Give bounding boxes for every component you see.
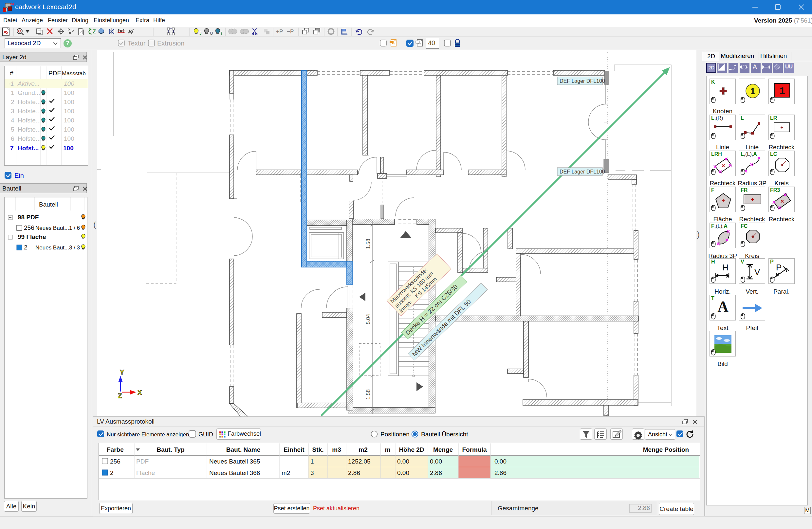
svg-text:256: 256 <box>24 224 34 231</box>
svg-text:0.00: 0.00 <box>397 469 409 476</box>
svg-text:P: P <box>776 263 782 273</box>
svg-text:98 PDF: 98 PDF <box>18 214 39 221</box>
svg-text:MW Innenwände mit DFL 50: MW Innenwände mit DFL 50 <box>411 298 472 358</box>
svg-text:100: 100 <box>64 135 74 142</box>
svg-text:100: 100 <box>64 80 74 87</box>
svg-text:Bauteil: Bauteil <box>39 201 58 208</box>
svg-text:2.86: 2.86 <box>348 469 360 476</box>
svg-text:1252.05: 1252.05 <box>348 458 371 465</box>
svg-text:Einheit: Einheit <box>284 446 304 453</box>
svg-text:100: 100 <box>64 89 74 96</box>
svg-text:0.00: 0.00 <box>494 458 507 465</box>
svg-text:Stk.: Stk. <box>313 446 324 453</box>
svg-text:m3: m3 <box>332 446 341 453</box>
svg-text:Neues Bauteil 365: Neues Bauteil 365 <box>209 458 260 465</box>
svg-text:PDF: PDF <box>48 70 61 77</box>
svg-text:Farbe: Farbe <box>107 446 124 453</box>
svg-text:−P: −P <box>287 29 294 35</box>
svg-text:Baut. Name: Baut. Name <box>226 446 261 453</box>
svg-text:Hofst...: Hofst... <box>18 145 39 151</box>
svg-text:PDF: PDF <box>136 458 149 465</box>
svg-text:0.00: 0.00 <box>430 458 442 465</box>
svg-text:Menge: Menge <box>433 446 453 453</box>
svg-text:3 / 3: 3 / 3 <box>69 245 80 251</box>
svg-text:1: 1 <box>780 85 785 96</box>
svg-text:m2: m2 <box>359 446 367 453</box>
svg-text:Hofste...: Hofste... <box>18 135 41 142</box>
svg-text:DEF Lager DFL100: DEF Lager DFL100 <box>560 78 605 84</box>
svg-text:100: 100 <box>64 99 74 105</box>
svg-text:7: 7 <box>10 145 14 151</box>
svg-text:6: 6 <box>11 135 14 142</box>
svg-text:Menge Position: Menge Position <box>643 446 689 453</box>
svg-text:3: 3 <box>11 108 14 115</box>
svg-text:Baut. Typ: Baut. Typ <box>157 446 184 453</box>
svg-text:+P: +P <box>276 29 283 35</box>
svg-text:Hofste...: Hofste... <box>18 126 41 133</box>
svg-text:Neues Bauteil 366: Neues Bauteil 366 <box>209 469 260 476</box>
svg-text:100: 100 <box>64 126 74 133</box>
svg-text:4: 4 <box>11 117 14 124</box>
svg-text:m2: m2 <box>281 469 290 476</box>
svg-text:1.58: 1.58 <box>365 389 371 399</box>
svg-text:V: V <box>754 267 760 277</box>
svg-text:Aktive...: Aktive... <box>17 80 40 87</box>
svg-text:Hofste...: Hofste... <box>18 117 41 124</box>
svg-text:2.86: 2.86 <box>430 469 442 476</box>
svg-text:Z: Z <box>93 29 96 34</box>
svg-text:DEF Lager DFL100: DEF Lager DFL100 <box>560 169 605 175</box>
svg-text:Formula: Formula <box>462 446 487 453</box>
svg-text:X: X <box>137 389 142 396</box>
svg-text:2d: 2d <box>11 3 14 6</box>
svg-text:100: 100 <box>64 108 74 115</box>
svg-text:1: 1 <box>310 458 314 465</box>
svg-text:1.58: 1.58 <box>365 239 371 249</box>
svg-text:2: 2 <box>11 99 14 105</box>
svg-text:Massstab: Massstab <box>62 70 86 77</box>
svg-text:3: 3 <box>310 469 314 476</box>
svg-text:2: 2 <box>110 469 114 476</box>
svg-text:Hofste...: Hofste... <box>18 108 41 115</box>
svg-text:5: 5 <box>11 126 14 133</box>
svg-text:Grund...: Grund... <box>18 89 40 96</box>
svg-text:#: # <box>10 70 13 77</box>
svg-text:1: 1 <box>11 89 14 96</box>
svg-text:i: i <box>221 31 222 36</box>
svg-text:Y: Y <box>120 369 125 376</box>
svg-text:0.00: 0.00 <box>397 458 409 465</box>
svg-text:Neues Baut...: Neues Baut... <box>35 225 69 231</box>
svg-text:1 / 6: 1 / 6 <box>69 225 80 231</box>
svg-text:J: J <box>199 31 202 36</box>
svg-text:Hofste...: Hofste... <box>18 99 41 105</box>
svg-text:-1: -1 <box>9 80 14 87</box>
svg-text:Neues Baut...: Neues Baut... <box>35 245 69 251</box>
svg-text:Höhe 2D: Höhe 2D <box>399 446 424 453</box>
svg-text:99 Fläche: 99 Fläche <box>18 233 46 240</box>
svg-text:U: U <box>210 31 213 36</box>
svg-text:H: H <box>722 263 728 273</box>
svg-text:5.04: 5.04 <box>365 314 371 324</box>
svg-text:1: 1 <box>750 86 755 96</box>
svg-text:Fläche: Fläche <box>136 469 155 476</box>
svg-text:100: 100 <box>64 117 74 124</box>
svg-text:Z: Z <box>118 392 122 399</box>
svg-text:256: 256 <box>110 458 120 465</box>
svg-text:2: 2 <box>24 244 28 251</box>
svg-text:100: 100 <box>63 145 74 151</box>
svg-text:2.86: 2.86 <box>494 469 507 476</box>
svg-text:m: m <box>385 446 391 453</box>
